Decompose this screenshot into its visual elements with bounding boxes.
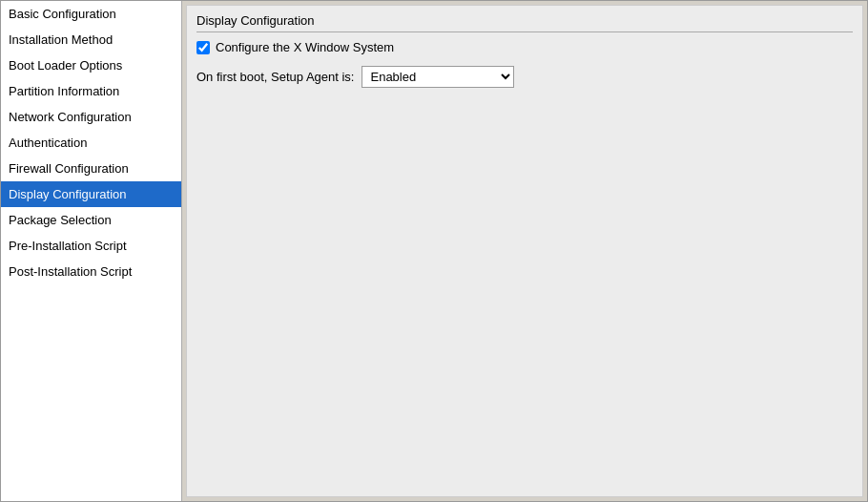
sidebar-item-pre-installation-script[interactable]: Pre-Installation Script (1, 233, 181, 259)
sidebar-item-installation-method[interactable]: Installation Method (1, 27, 181, 52)
sidebar-item-basic-configuration[interactable]: Basic Configuration (1, 1, 181, 27)
sidebar-item-authentication[interactable]: Authentication (1, 130, 181, 156)
setup-agent-row: On first boot, Setup Agent is: DisabledE… (196, 66, 853, 88)
setup-agent-label: On first boot, Setup Agent is: (196, 70, 354, 84)
setup-agent-select[interactable]: DisabledEnabledEnabled once (362, 66, 514, 88)
configure-xwindow-row: Configure the X Window System (196, 40, 853, 54)
content-area: Display Configuration Configure the X Wi… (186, 5, 863, 497)
sidebar-item-post-installation-script[interactable]: Post-Installation Script (1, 259, 181, 284)
sidebar-item-firewall-configuration[interactable]: Firewall Configuration (1, 156, 181, 181)
sidebar-item-boot-loader-options[interactable]: Boot Loader Options (1, 52, 181, 78)
configure-xwindow-checkbox[interactable] (196, 41, 210, 54)
sidebar-item-display-configuration[interactable]: Display Configuration (1, 181, 181, 207)
content-title: Display Configuration (196, 13, 853, 32)
sidebar: Basic ConfigurationInstallation MethodBo… (1, 1, 182, 501)
sidebar-item-package-selection[interactable]: Package Selection (1, 207, 181, 233)
configure-xwindow-label: Configure the X Window System (216, 40, 394, 54)
sidebar-item-partition-information[interactable]: Partition Information (1, 78, 181, 104)
main-container: Basic ConfigurationInstallation MethodBo… (0, 0, 868, 502)
sidebar-item-network-configuration[interactable]: Network Configuration (1, 104, 181, 130)
